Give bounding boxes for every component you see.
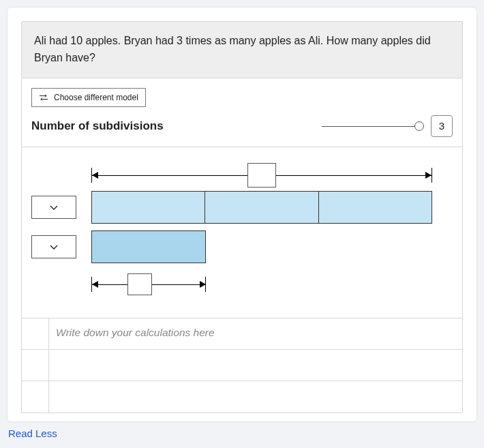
calc-input-1[interactable]: Write down your calculations here [49, 318, 462, 349]
calc-input-2[interactable] [49, 350, 462, 380]
swap-icon [39, 94, 48, 101]
exercise-card: Ali had 10 apples. Bryan had 3 times as … [7, 7, 477, 422]
unit-span-arrow [91, 275, 206, 293]
read-less-link[interactable]: Read Less [8, 428, 57, 439]
calc-gutter [22, 381, 49, 413]
subdivisions-slider[interactable] [322, 119, 424, 133]
total-span-arrow [91, 166, 432, 184]
calc-row-1: Write down your calculations here [22, 318, 462, 350]
calc-row-2 [22, 350, 462, 381]
total-span-input[interactable] [247, 163, 276, 188]
calculations-area: Write down your calculations here [22, 318, 462, 413]
bar1-seg-3[interactable] [318, 192, 432, 223]
subdivisions-label: Number of subdivisions [31, 119, 164, 133]
chevron-down-icon [50, 241, 58, 252]
bar-model-area [22, 147, 462, 318]
bar-2[interactable] [91, 230, 206, 263]
subdivisions-row: Number of subdivisions 3 [22, 113, 462, 147]
choose-model-label: Choose different model [54, 93, 138, 102]
bottom-arrow-row [31, 270, 453, 293]
question-text: Ali had 10 apples. Bryan had 3 times as … [21, 21, 463, 78]
choose-model-button[interactable]: Choose different model [31, 88, 146, 107]
calc-input-3[interactable] [49, 381, 462, 413]
chevron-down-icon [50, 201, 58, 213]
bar1-seg-2[interactable] [205, 192, 318, 223]
calc-gutter [22, 318, 49, 349]
subdivisions-value: 3 [431, 115, 453, 137]
bar1-dropdown[interactable] [31, 196, 76, 219]
top-arrow-row [31, 166, 453, 184]
unit-span-input[interactable] [127, 273, 152, 295]
bar2-seg-1[interactable] [92, 231, 205, 263]
work-area: Choose different model Number of subdivi… [21, 78, 463, 413]
bar1-seg-1[interactable] [92, 192, 205, 223]
calc-gutter [22, 350, 49, 380]
bar-1[interactable] [91, 191, 432, 224]
calc-placeholder: Write down your calculations here [56, 327, 215, 338]
calc-row-3 [22, 381, 462, 413]
toolbar: Choose different model [22, 78, 462, 113]
bar-row-1 [31, 191, 453, 224]
slider-knob[interactable] [414, 121, 424, 131]
bar2-dropdown[interactable] [31, 235, 76, 258]
subdivisions-control: 3 [322, 115, 453, 137]
bar-row-2 [31, 230, 453, 263]
